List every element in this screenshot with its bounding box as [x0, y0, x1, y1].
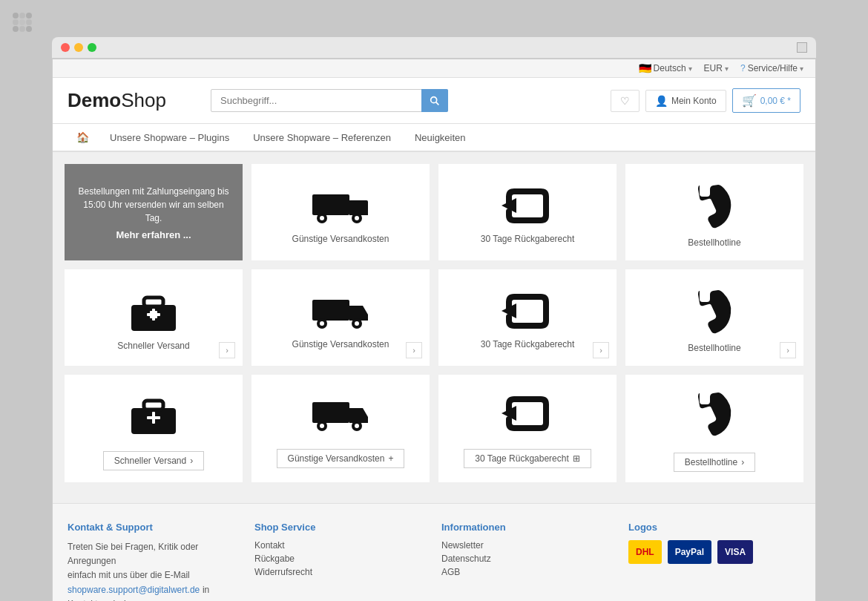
svg-line-10 [436, 102, 439, 105]
schnell-label-2: Schneller Versand [117, 341, 189, 351]
logo-demo: Demo [68, 89, 121, 111]
truck-icon-2 [311, 291, 370, 332]
nav-home-icon[interactable]: 🏠 [68, 124, 98, 151]
svg-point-0 [13, 13, 19, 19]
svg-rect-11 [312, 194, 349, 215]
wishlist-button[interactable]: ♡ [611, 90, 640, 112]
window-resize-btn[interactable] [797, 42, 807, 53]
hotline-btn-3[interactable]: Bestellhotline › [674, 453, 755, 472]
search-input[interactable] [211, 89, 448, 112]
svg-rect-20 [144, 298, 163, 306]
currency-selector[interactable]: EUR ▾ [704, 63, 729, 73]
footer-col-logos: Logos DHL PayPal VISA [628, 522, 800, 601]
footer-info-datenschutz[interactable]: Datenschutz [441, 554, 614, 564]
schnell-btn-3[interactable]: Schneller Versand › [103, 451, 204, 470]
footer-service-widerruf[interactable]: Widerrufsrecht [254, 567, 427, 577]
versand-label-1: Günstige Versandkosten [292, 234, 389, 244]
service-label: Service/Hilfe [748, 63, 798, 73]
svg-rect-26 [349, 306, 351, 321]
footer-info-title: Informationen [441, 522, 614, 533]
promo-card: Bestellungen mit Zahlungseingang bis15:0… [65, 164, 243, 260]
search-icon [429, 95, 441, 107]
footer-info-newsletter[interactable]: Newsletter [441, 540, 614, 551]
return-btn-3[interactable]: 30 Tage Rückgaberecht ⊞ [464, 449, 591, 468]
dhl-text: DHL [636, 547, 654, 557]
search-button[interactable] [421, 89, 448, 112]
hotline-label-2: Bestellhotline [688, 343, 740, 353]
promo-link[interactable]: Mehr erfahren ... [116, 229, 191, 240]
svg-point-7 [26, 19, 32, 25]
nav-item-neuigkeiten[interactable]: Neuigkeiten [403, 125, 478, 152]
svg-rect-36 [312, 402, 349, 423]
paypal-logo: PayPal [668, 540, 711, 564]
nav-item-referenzen[interactable]: Unsere Shopware – Referenzen [241, 125, 403, 152]
svg-point-4 [19, 13, 25, 19]
language-selector[interactable]: 🇩🇪 Deutsch ▾ [639, 62, 692, 74]
dhl-logo: DHL [628, 540, 662, 564]
footer-support-title: Kontakt & Support [68, 522, 240, 533]
account-label: Mein Konto [671, 96, 717, 106]
return-label-2: 30 Tage Rückgaberecht [481, 339, 575, 349]
flag-icon: 🇩🇪 [639, 62, 651, 74]
return-card-3: 30 Tage Rückgaberecht ⊞ [438, 375, 617, 482]
cart-button[interactable]: 🛒 0,00 € * [732, 88, 800, 113]
briefcase-icon-1 [128, 289, 180, 333]
main-content: Bestellungen mit Zahlungseingang bis15:0… [53, 152, 815, 503]
phone-icon-1 [692, 182, 737, 230]
hotline-card-3: Bestellhotline › [625, 375, 803, 482]
traffic-light-minimize[interactable] [74, 43, 83, 52]
language-label: Deutsch [654, 63, 686, 73]
svg-rect-35 [147, 416, 160, 419]
footer: Kontakt & Support Treten Sie bei Fragen,… [53, 503, 815, 601]
feature-grid-row3: Schneller Versand › [65, 375, 803, 482]
versand-card-3: Günstige Versandkosten + [251, 375, 430, 482]
footer-col-service: Shop Service Kontakt Rückgabe Widerrufsr… [254, 522, 427, 601]
return-icon-2 [498, 291, 557, 332]
phone-icon-2 [692, 287, 737, 335]
return-card-1: 30 Tage Rückgaberecht [438, 164, 617, 260]
footer-col-support: Kontakt & Support Treten Sie bei Fragen,… [68, 522, 240, 601]
phone-icon-3 [692, 390, 737, 438]
footer-grid: Kontakt & Support Treten Sie bei Fragen,… [68, 522, 800, 601]
window-chrome [52, 37, 816, 59]
briefcase-icon-2 [128, 392, 180, 436]
svg-point-1 [26, 13, 32, 19]
schnell-card-2: Schneller Versand › [65, 269, 243, 366]
traffic-light-maximize[interactable] [88, 43, 96, 52]
hotline-arrow-2[interactable]: › [780, 342, 796, 358]
schnell-arrow-2[interactable]: › [219, 342, 235, 358]
cart-icon: 🛒 [742, 93, 757, 108]
hotline-card-1: Bestellhotline [625, 164, 803, 260]
return-arrow-2[interactable]: › [593, 342, 609, 358]
return-btn-icon-3: ⊞ [573, 453, 580, 464]
logo[interactable]: DemoShop [68, 89, 166, 112]
versand-card-2: Günstige Versandkosten › [251, 269, 430, 366]
account-button[interactable]: 👤 Mein Konto [645, 90, 726, 112]
footer-service-kontakt[interactable]: Kontakt [254, 540, 427, 551]
svg-point-28 [320, 321, 324, 326]
footer-info-agb[interactable]: AGB [441, 567, 614, 577]
nav-bar: 🏠 Unsere Shopware – Plugins Unsere Shopw… [53, 124, 815, 152]
footer-service-rueckgabe[interactable]: Rückgabe [254, 554, 427, 564]
user-icon: 👤 [655, 95, 668, 107]
svg-point-2 [13, 26, 19, 32]
search-wrap [211, 89, 448, 112]
svg-rect-24 [312, 300, 349, 321]
versand-btn-3[interactable]: Günstige Versandkosten + [277, 449, 405, 468]
versand-arrow-2[interactable]: › [406, 342, 422, 358]
svg-point-5 [19, 26, 25, 32]
truck-icon-1 [311, 185, 370, 226]
traffic-light-close[interactable] [61, 43, 70, 52]
footer-email-link[interactable]: shopware.support@digitalwert.de [68, 585, 200, 595]
return-icon-3 [498, 393, 557, 434]
language-chevron-icon: ▾ [688, 65, 692, 73]
service-chevron-icon: ▾ [800, 65, 803, 73]
svg-marker-25 [349, 306, 368, 321]
payment-logos: DHL PayPal VISA [628, 540, 800, 564]
service-link[interactable]: ? Service/Hilfe ▾ [740, 63, 803, 73]
promo-text: Bestellungen mit Zahlungseingang bis15:0… [76, 185, 231, 225]
nav-item-plugins[interactable]: Unsere Shopware – Plugins [98, 125, 241, 152]
currency-label: EUR [704, 63, 723, 73]
schnell-btn-icon-3: › [190, 456, 193, 466]
feature-grid-row2: Schneller Versand › [65, 269, 803, 366]
